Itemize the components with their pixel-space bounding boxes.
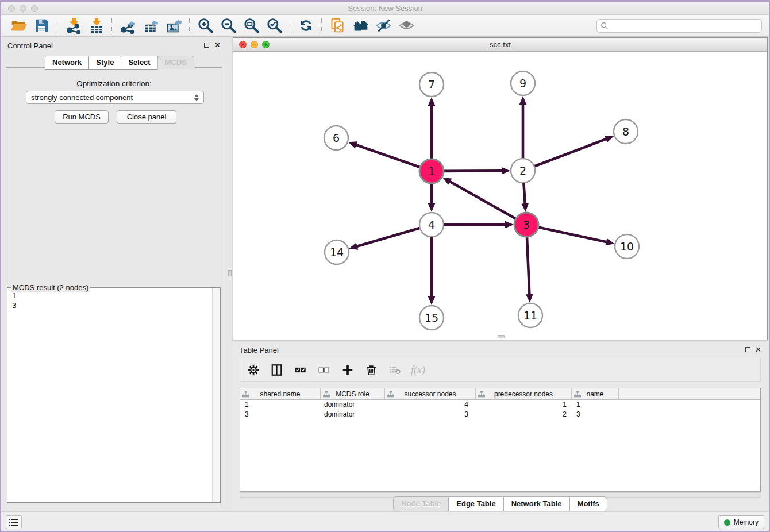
memory-button[interactable]: Memory bbox=[718, 515, 764, 529]
zoom-in-button[interactable] bbox=[194, 17, 217, 35]
tab-style[interactable]: Style bbox=[88, 56, 121, 70]
float-window-icon[interactable] bbox=[204, 43, 209, 48]
fx-icon: f(x) bbox=[411, 364, 425, 376]
frame-resize-grip[interactable] bbox=[498, 335, 505, 338]
export-table-button[interactable] bbox=[139, 17, 162, 35]
cell-successor-nodes[interactable]: 4 bbox=[385, 400, 476, 410]
edge-2-8[interactable] bbox=[533, 138, 607, 167]
export-network-button[interactable] bbox=[116, 17, 139, 35]
close-icon[interactable]: ✕ bbox=[214, 41, 221, 49]
open-folder-button[interactable] bbox=[7, 17, 30, 35]
close-panel-button[interactable]: Close panel bbox=[117, 110, 176, 124]
node-label-11: 11 bbox=[523, 309, 537, 322]
edge-3-11[interactable] bbox=[527, 236, 530, 295]
table-row[interactable]: 3dominator323 bbox=[240, 410, 760, 419]
home-views-button[interactable] bbox=[349, 17, 372, 35]
unselect-all-button[interactable] bbox=[317, 363, 332, 377]
column-type-icon bbox=[574, 391, 581, 398]
tab-network[interactable]: Network bbox=[45, 56, 89, 70]
toolbar-separator bbox=[321, 18, 322, 33]
save-button[interactable] bbox=[30, 17, 53, 35]
table-panel-title: Table Panel bbox=[240, 346, 279, 354]
show-all-button[interactable] bbox=[395, 17, 418, 35]
column-type-icon bbox=[242, 391, 249, 398]
task-history-button[interactable] bbox=[6, 515, 22, 529]
delete-row-button[interactable] bbox=[364, 363, 379, 377]
zoom-out-button[interactable] bbox=[217, 17, 240, 35]
network-canvas[interactable]: 7968124314101511 bbox=[233, 52, 767, 340]
tab-select[interactable]: Select bbox=[121, 56, 157, 70]
select-all-checked-icon bbox=[294, 364, 307, 376]
control-panel-title: Control Panel bbox=[7, 41, 53, 50]
plus-icon bbox=[341, 364, 354, 376]
mcds-result-text[interactable]: 1 3 bbox=[7, 288, 212, 502]
tab-edge-table[interactable]: Edge Table bbox=[448, 496, 503, 511]
function-builder-button[interactable]: f(x) bbox=[411, 363, 425, 377]
run-mcds-button[interactable]: Run MCDS bbox=[55, 110, 109, 124]
control-panel: Control Panel ✕ NetworkStyleSelectMCDS O… bbox=[1, 37, 227, 511]
import-table-button[interactable] bbox=[84, 17, 107, 35]
tab-motifs[interactable]: Motifs bbox=[569, 496, 607, 511]
main-toolbar bbox=[1, 15, 769, 37]
edge-3-10[interactable] bbox=[537, 227, 607, 242]
column-header-name[interactable]: name bbox=[572, 388, 619, 399]
result-scrollbar[interactable] bbox=[212, 288, 220, 502]
arrowhead-1-4 bbox=[428, 203, 436, 212]
column-header-successor-nodes[interactable]: successor nodes bbox=[385, 388, 476, 399]
close-icon[interactable]: ✕ bbox=[755, 346, 761, 353]
edge-1-2[interactable] bbox=[442, 171, 503, 171]
node-label-7: 7 bbox=[428, 78, 435, 91]
search-input[interactable] bbox=[611, 21, 758, 30]
network-window-title: scc.txt bbox=[233, 40, 767, 49]
criterion-select[interactable]: strongly connected component bbox=[26, 91, 204, 104]
edge-1-6[interactable] bbox=[355, 145, 421, 168]
table-tabs: Node TableEdge TableNetwork TableMotifs bbox=[233, 496, 768, 511]
show-columns-button[interactable] bbox=[270, 363, 284, 377]
add-row-button[interactable] bbox=[340, 363, 355, 377]
float-window-icon[interactable] bbox=[745, 347, 750, 352]
search-icon bbox=[600, 22, 609, 30]
column-header-predecessor-nodes[interactable]: predecessor nodes bbox=[476, 388, 572, 399]
cell-successor-nodes[interactable]: 3 bbox=[385, 410, 476, 419]
node-label-6: 6 bbox=[333, 132, 340, 144]
cell-name[interactable]: 1 bbox=[572, 400, 619, 410]
column-header-shared-name[interactable]: shared name bbox=[240, 388, 321, 399]
toolbar-separator bbox=[111, 18, 112, 33]
clone-network-button[interactable] bbox=[326, 17, 349, 35]
import-network-button[interactable] bbox=[61, 17, 84, 35]
refresh-button[interactable] bbox=[294, 17, 317, 35]
optimization-criterion-label: Optimization criterion: bbox=[1, 79, 227, 88]
tab-mcds[interactable]: MCDS bbox=[157, 56, 194, 70]
delete-table-button[interactable] bbox=[387, 363, 402, 377]
splitter-grip-icon[interactable] bbox=[228, 270, 232, 276]
panel-splitter[interactable] bbox=[227, 37, 233, 511]
tab-node-table[interactable]: Node Table bbox=[393, 496, 449, 511]
select-all-button[interactable] bbox=[293, 363, 308, 377]
cell-shared-name[interactable]: 3 bbox=[240, 410, 321, 419]
open-folder-icon bbox=[10, 17, 27, 34]
zoom-fit-button[interactable] bbox=[240, 17, 263, 35]
network-window-titlebar[interactable]: ✕ − + scc.txt bbox=[233, 38, 767, 52]
export-image-button[interactable] bbox=[162, 17, 185, 35]
tab-network-table[interactable]: Network Table bbox=[503, 496, 570, 511]
table-settings-button[interactable] bbox=[246, 363, 261, 377]
cell-shared-name[interactable]: 1 bbox=[240, 400, 321, 410]
status-bar: Memory bbox=[1, 511, 769, 531]
cell-mcds-role[interactable]: dominator bbox=[321, 410, 385, 419]
table-row[interactable]: 1dominator411 bbox=[240, 400, 760, 410]
column-header-mcds-role[interactable]: MCDS role bbox=[321, 388, 385, 399]
zoom-out-icon bbox=[220, 17, 237, 34]
edge-2-3[interactable] bbox=[523, 182, 525, 205]
cell-name[interactable]: 3 bbox=[572, 410, 619, 419]
zoom-selected-icon bbox=[266, 17, 283, 34]
edge-4-14[interactable] bbox=[356, 228, 421, 246]
control-panel-tabs: NetworkStyleSelectMCDS bbox=[45, 56, 194, 70]
memory-status-dot-icon bbox=[724, 519, 730, 526]
edge-3-1[interactable] bbox=[449, 181, 517, 219]
hide-selected-button[interactable] bbox=[372, 17, 395, 35]
cell-predecessor-nodes[interactable]: 2 bbox=[476, 410, 572, 419]
cell-predecessor-nodes[interactable]: 1 bbox=[476, 400, 572, 410]
cell-mcds-role[interactable]: dominator bbox=[321, 400, 385, 410]
zoom-selected-button[interactable] bbox=[263, 17, 286, 35]
trash-icon bbox=[365, 364, 378, 376]
